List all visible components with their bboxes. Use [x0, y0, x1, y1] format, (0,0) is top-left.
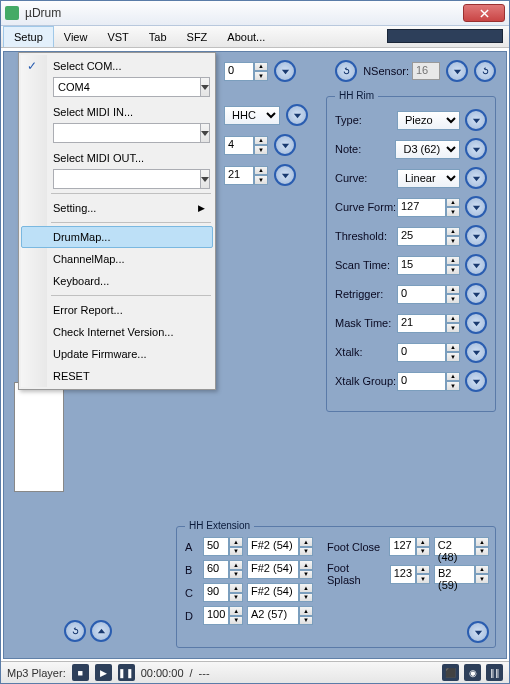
refresh-button[interactable]	[335, 60, 357, 82]
hhrim-row-4: Threshold:25▲▼	[335, 225, 487, 247]
hhrim-spin-8[interactable]: 0▲▼	[397, 343, 460, 362]
hhrim-circ-9[interactable]	[465, 370, 487, 392]
hhext-v1-2[interactable]: 90▲▼	[203, 583, 243, 602]
hhext-v2-1[interactable]: F#2 (54)▲▼	[247, 560, 313, 579]
hhrim-label-6: Retrigger:	[335, 288, 397, 300]
midiout-combo-btn[interactable]	[201, 169, 210, 189]
menu-tab[interactable]: Tab	[139, 26, 177, 47]
hhext-v2-2[interactable]: F#2 (54)▲▼	[247, 583, 313, 602]
hhrim-circ-3[interactable]	[465, 196, 487, 218]
footclose-v1[interactable]: 127▲▼	[389, 537, 429, 556]
check-icon: ✓	[27, 59, 37, 73]
content-area: NSensor: 16 0▲▼ HHC 4▲▼ 21▲▼	[3, 51, 507, 659]
footsplash-v1[interactable]: 123▲▼	[390, 565, 430, 584]
menu-error-report[interactable]: Error Report...	[21, 299, 213, 321]
left-panel	[14, 382, 64, 492]
nsensor-refresh-button[interactable]	[474, 60, 496, 82]
hhrim-circ-4[interactable]	[465, 225, 487, 247]
hhext-v1-3[interactable]: 100▲▼	[203, 606, 243, 625]
hhrim-spin-5[interactable]: 15▲▼	[397, 256, 460, 275]
footsplash-label: Foot Splash	[327, 562, 386, 586]
partial-spin-4[interactable]: 4▲▼	[224, 136, 268, 155]
menu-select-midi-out[interactable]: Select MIDI OUT...	[21, 147, 213, 169]
midiin-input[interactable]	[53, 123, 201, 143]
mp3-label: Mp3 Player:	[7, 667, 66, 679]
footsplash-v2[interactable]: B2 (59)▲▼	[434, 565, 489, 584]
hhrim-circ-2[interactable]	[465, 167, 487, 189]
titlebar: µDrum	[1, 1, 509, 26]
hhext-label-1: B	[185, 564, 199, 576]
midiout-input[interactable]	[53, 169, 201, 189]
menu-setting[interactable]: Setting...▶	[21, 197, 213, 219]
com-combo[interactable]	[53, 77, 203, 97]
hhrim-circ-1[interactable]	[465, 138, 487, 160]
hhrim-spin-3[interactable]: 127▲▼	[397, 198, 460, 217]
menu-update-firmware[interactable]: Update Firmware...	[21, 343, 213, 365]
bottom-refresh-button[interactable]	[64, 620, 86, 642]
hhrim-circ-8[interactable]	[465, 341, 487, 363]
com-input[interactable]	[53, 77, 201, 97]
partial-circ-0[interactable]	[274, 60, 296, 82]
partial-circ-21[interactable]	[274, 164, 296, 186]
hhrim-circ-5[interactable]	[465, 254, 487, 276]
partial-circ-hhc[interactable]	[286, 104, 308, 126]
menu-keyboard[interactable]: Keyboard...	[21, 270, 213, 292]
hhext-title: HH Extension	[185, 520, 254, 531]
hhext-v1-1[interactable]: 60▲▼	[203, 560, 243, 579]
nsensor-down-button[interactable]	[446, 60, 468, 82]
partial-circ-4[interactable]	[274, 134, 296, 156]
menu-view[interactable]: View	[54, 26, 98, 47]
menu-setup[interactable]: Setup	[3, 26, 54, 47]
hhrim-spin-9[interactable]: 0▲▼	[397, 372, 460, 391]
hhrim-select-0[interactable]: Piezo	[397, 111, 460, 130]
hhrim-row-0: Type:Piezo	[335, 109, 487, 131]
hhext-v2-3[interactable]: A2 (57)▲▼	[247, 606, 313, 625]
menu-about[interactable]: About...	[217, 26, 275, 47]
menu-select-com[interactable]: ✓ Select COM...	[21, 55, 213, 77]
hhrim-label-3: Curve Form:	[335, 201, 397, 213]
hhext-v2-0[interactable]: F#2 (54)▲▼	[247, 537, 313, 556]
hhext-down-button[interactable]	[467, 621, 489, 643]
midiin-combo-btn[interactable]	[201, 123, 210, 143]
menu-select-midi-in[interactable]: Select MIDI IN...	[21, 101, 213, 123]
menu-progress-bar	[387, 29, 503, 43]
com-combo-btn[interactable]	[201, 77, 210, 97]
menu-vst[interactable]: VST	[97, 26, 138, 47]
menu-check-internet[interactable]: Check Internet Version...	[21, 321, 213, 343]
midiout-combo[interactable]	[53, 169, 203, 189]
sb-btn-c[interactable]: ∥∥	[486, 664, 503, 681]
menu-sfz[interactable]: SFZ	[177, 26, 218, 47]
hhrim-circ-7[interactable]	[465, 312, 487, 334]
hhc-select[interactable]: HHC	[224, 106, 280, 125]
hhext-label-0: A	[185, 541, 199, 553]
menu-channelmap[interactable]: ChannelMap...	[21, 248, 213, 270]
play-button[interactable]: ▶	[95, 664, 112, 681]
hhext-v1-0[interactable]: 50▲▼	[203, 537, 243, 556]
sb-btn-b[interactable]: ◉	[464, 664, 481, 681]
hhrim-select-2[interactable]: Linear	[397, 169, 460, 188]
partial-spin-21[interactable]: 21▲▼	[224, 166, 268, 185]
hhrim-circ-0[interactable]	[465, 109, 487, 131]
close-button[interactable]	[463, 4, 505, 22]
hhrim-label-7: Mask Time:	[335, 317, 397, 329]
bottom-up-button[interactable]	[90, 620, 112, 642]
hhrim-spin-4[interactable]: 25▲▼	[397, 227, 460, 246]
hhext-row-a: A50▲▼F#2 (54)▲▼	[185, 537, 313, 556]
hhrim-spin-6[interactable]: 0▲▼	[397, 285, 460, 304]
hhext-group: HH Extension A50▲▼F#2 (54)▲▼B60▲▼F#2 (54…	[176, 526, 496, 648]
menu-reset[interactable]: RESET	[21, 365, 213, 387]
hhrim-select-1[interactable]: D3 (62)	[395, 140, 460, 159]
nsensor-label: NSensor:	[363, 65, 409, 77]
hhrim-label-8: Xtalk:	[335, 346, 397, 358]
hhrim-circ-6[interactable]	[465, 283, 487, 305]
midiin-combo[interactable]	[53, 123, 203, 143]
pause-button[interactable]: ❚❚	[118, 664, 135, 681]
menu-drummap[interactable]: DrumMap...	[21, 226, 213, 248]
hhext-row-c: C90▲▼F#2 (54)▲▼	[185, 583, 313, 602]
footclose-v2[interactable]: C2 (48)▲▼	[434, 537, 489, 556]
statusbar: Mp3 Player: ■ ▶ ❚❚ 00:00:00 / --- ⬛ ◉ ∥∥	[1, 661, 509, 683]
stop-button[interactable]: ■	[72, 664, 89, 681]
partial-spin-0[interactable]: 0▲▼	[224, 62, 268, 81]
sb-btn-a[interactable]: ⬛	[442, 664, 459, 681]
hhrim-spin-7[interactable]: 21▲▼	[397, 314, 460, 333]
